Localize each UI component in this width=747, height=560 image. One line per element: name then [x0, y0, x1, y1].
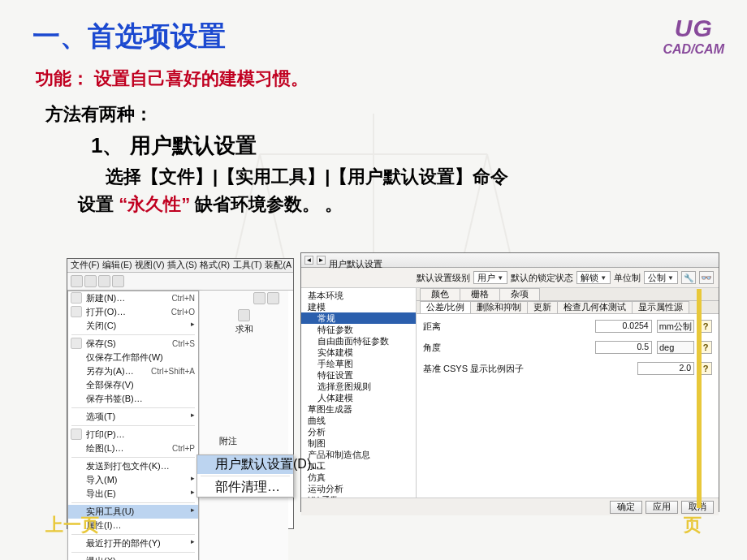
side-panel: 求和 附注	[199, 291, 288, 560]
desc-permanent: “永久性”	[119, 194, 190, 214]
tree-item[interactable]: 分析	[301, 426, 416, 437]
search-icon[interactable]: 👓	[699, 271, 714, 284]
menubar-item[interactable]: 装配(A	[265, 260, 291, 271]
tab[interactable]: 杂项	[499, 288, 540, 300]
tree-item[interactable]: 基本环境	[301, 290, 416, 301]
menubar-item[interactable]: 插入(S)	[167, 260, 196, 271]
tab[interactable]: 删除和抑制	[470, 301, 528, 313]
menu-item-label: 导入(M)	[86, 474, 118, 486]
tab[interactable]: 颜色	[420, 288, 460, 300]
nav-next[interactable]: 页	[684, 513, 702, 537]
function-line: 功能： 设置自己喜好的建模习惯。	[36, 67, 715, 91]
menu-item-shortcut: Ctrl+O	[165, 308, 195, 317]
menu-item-icon	[71, 429, 82, 440]
tree-item[interactable]: 人体建模	[301, 392, 416, 403]
brand-ug: UG	[663, 15, 724, 42]
tab[interactable]: 栅格	[460, 288, 500, 300]
property-input[interactable]: 0.5	[595, 341, 652, 354]
property-label: 基准 CSYS 显示比例因子	[423, 363, 545, 375]
property-input[interactable]: 2.0	[637, 362, 694, 375]
submenu-item[interactable]: 部件清理…	[197, 478, 293, 497]
utilities-submenu[interactable]: 用户默认设置(D)…部件清理…	[196, 454, 294, 498]
toolbar-icon	[98, 275, 110, 287]
menu-item[interactable]: 导入(M)	[68, 473, 198, 487]
menubar-item[interactable]: 编辑(E)	[102, 260, 132, 271]
menu-item[interactable]: 保存书签(B)…	[68, 392, 198, 406]
tabs-sub[interactable]: 公差/比例删除和抑制更新检查几何体测试显示属性源	[417, 301, 719, 314]
menu-item[interactable]: 选项(T)	[68, 410, 198, 424]
level-label: 默认设置级别	[417, 272, 470, 284]
menu-item-label: 全部保存(V)	[86, 379, 134, 391]
step-1: 1、 用户默认设置	[91, 131, 715, 160]
menu-item[interactable]: 最近打开的部件(Y)	[68, 536, 198, 550]
tree-item[interactable]: XY 函数	[301, 494, 416, 498]
menu-item[interactable]: 绘图(L)…Ctrl+P	[68, 442, 198, 455]
menu-item-shortcut: Ctrl+S	[166, 339, 195, 348]
menu-item[interactable]: 另存为(A)…Ctrl+Shift+A	[68, 364, 198, 378]
tab[interactable]: 公差/比例	[420, 301, 471, 313]
menu-item-label: 最近打开的部件(Y)	[86, 537, 161, 549]
dialog-toolbar: 默认设置级别 用户▼ 默认的锁定状态 解锁▼ 单位制 公制▼ 🔧 👓	[301, 268, 719, 288]
back-icon[interactable]: ◄	[304, 256, 313, 265]
fwd-icon[interactable]: ►	[317, 256, 326, 265]
sigma-icon	[238, 309, 250, 321]
desc-post: 缺省环境参数。 。	[195, 194, 343, 214]
wrench-icon[interactable]: 🔧	[681, 271, 696, 284]
tree-item[interactable]: 运动分析	[301, 483, 416, 494]
property-input[interactable]: 0.0254	[595, 320, 652, 333]
toolbar-icon	[84, 275, 97, 287]
tree-item[interactable]: 建模	[301, 301, 416, 312]
tab[interactable]: 显示属性源	[632, 301, 689, 313]
menubar-item[interactable]: 视图(V)	[135, 260, 164, 271]
tree-item[interactable]: 制图	[301, 437, 416, 449]
tab[interactable]: 更新	[527, 301, 558, 313]
unit-combo[interactable]: 公制▼	[644, 271, 678, 284]
menu-item[interactable]: 退出(X)	[68, 554, 198, 560]
tree-item[interactable]: 手绘草图	[301, 358, 416, 369]
property-panel: 距离0.0254mm公制?角度0.5deg?基准 CSYS 显示比例因子2.0?	[417, 314, 719, 498]
submenu-item[interactable]: 用户默认设置(D)…	[197, 455, 293, 474]
toolbar-icon	[71, 275, 83, 287]
decorative-bar	[697, 289, 702, 508]
tabs-top[interactable]: 颜色栅格杂项	[417, 288, 719, 301]
lock-combo[interactable]: 解锁▼	[576, 271, 611, 284]
menu-item[interactable]: 打开(O)…Ctrl+O	[68, 305, 198, 319]
property-row: 距离0.0254mm公制?	[423, 319, 712, 334]
tree-item[interactable]: 特征设置	[301, 369, 416, 381]
menu-item[interactable]: 全部保存(V)	[68, 378, 198, 392]
menubar-item[interactable]: 格式(R)	[200, 260, 230, 271]
menu-item[interactable]: 仅保存工作部件(W)	[68, 351, 198, 364]
tree-item[interactable]: 实体建模	[301, 347, 416, 358]
menu-item[interactable]: 打印(P)…	[68, 428, 198, 442]
menu-item[interactable]: 保存(S)Ctrl+S	[68, 337, 198, 351]
submenu-label: 用户默认设置(D)…	[215, 456, 324, 473]
tree-item[interactable]: 选择意图规则	[301, 381, 416, 392]
property-row: 基准 CSYS 显示比例因子2.0?	[423, 361, 712, 376]
menu-item[interactable]: 发送到打包文件(K)…	[68, 459, 198, 473]
level-combo[interactable]: 用户▼	[473, 271, 507, 284]
method-lead: 方法有两种：	[45, 102, 715, 127]
slide-title: 一、首选项设置	[32, 18, 715, 55]
menu-item-label: 另存为(A)…	[86, 365, 134, 377]
settings-dialog: ◄ ► 用户默认设置 默认设置级别 用户▼ 默认的锁定状态 解锁▼ 单位制 公制…	[300, 252, 719, 512]
menu-item[interactable]: 导出(E)	[68, 487, 198, 501]
tab[interactable]: 检查几何体测试	[557, 301, 633, 313]
ok-button[interactable]: 确定	[610, 501, 642, 514]
nav-prev[interactable]: 上一页	[45, 513, 99, 537]
tree-item[interactable]: 仿真	[301, 472, 416, 483]
tree-item[interactable]: 曲线	[301, 415, 416, 426]
tree-item[interactable]: 特征参数	[301, 324, 416, 335]
tree-item[interactable]: 常规	[301, 312, 416, 324]
menu-item[interactable]: 新建(N)…Ctrl+N	[68, 291, 198, 305]
property-label: 角度	[423, 342, 545, 354]
menu-item-shortcut: Ctrl+P	[166, 444, 195, 453]
tree-item[interactable]: 自由曲面特征参数	[301, 335, 416, 347]
menubar-item[interactable]: 文件(F)	[71, 260, 99, 271]
apply-button[interactable]: 应用	[646, 501, 678, 514]
menu-item-label: 保存书签(B)…	[86, 393, 143, 405]
menu-item-label: 打印(P)…	[86, 429, 125, 441]
tree-item[interactable]: 草图生成器	[301, 403, 416, 415]
menu-item-icon	[71, 306, 82, 317]
menu-item[interactable]: 关闭(C)	[68, 319, 198, 333]
menubar-item[interactable]: 工具(T)	[233, 260, 261, 271]
